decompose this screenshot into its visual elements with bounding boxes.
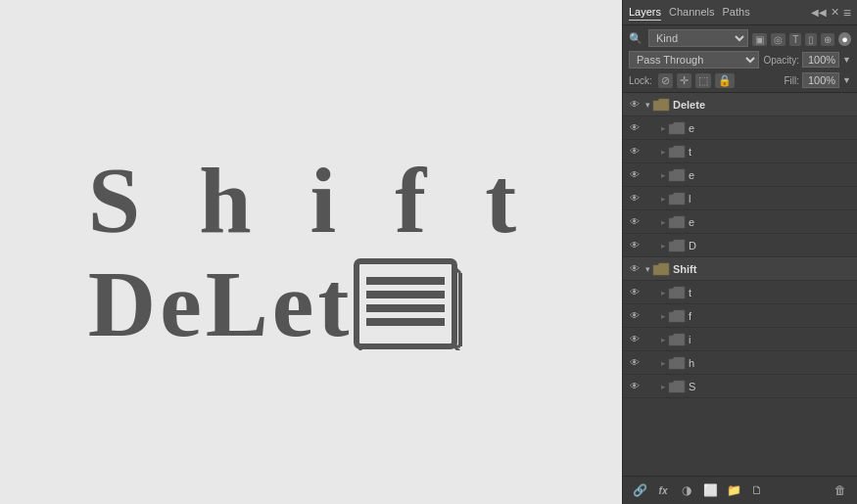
folder-icon-8: [668, 286, 686, 299]
eye-icon-12[interactable]: 👁: [627, 379, 643, 394]
expand-arrow-10[interactable]: ▸: [658, 332, 668, 347]
lock-all-icon[interactable]: 🔒: [715, 73, 735, 88]
smart-filter-icon[interactable]: ⊕: [821, 33, 834, 46]
layer-name-2: t: [689, 146, 853, 158]
canvas-text: S h i f t DeLet: [88, 154, 534, 351]
layer-item-l-4[interactable]: 👁▸l: [623, 187, 857, 210]
layer-item-i-10[interactable]: 👁▸i: [623, 328, 857, 351]
opacity-chevron[interactable]: ▼: [842, 55, 851, 65]
layer-item-e-1[interactable]: 👁▸e: [623, 116, 857, 140]
eye-icon-6[interactable]: 👁: [627, 238, 643, 253]
fill-input[interactable]: [802, 72, 839, 88]
eye-icon-11[interactable]: 👁: [627, 355, 643, 371]
blend-opacity-row: Pass Through Normal Multiply Screen Opac…: [629, 51, 851, 69]
folder-icon-1: [668, 121, 686, 135]
lock-fill-row: Lock: ⊘ ✛ ⬚ 🔒 Fill: ▼: [629, 72, 851, 88]
layer-item-Delete-0[interactable]: 👁▾Delete: [623, 93, 857, 116]
new-group-icon[interactable]: 📁: [725, 481, 742, 499]
shape-filter-icon[interactable]: ▯: [805, 33, 817, 46]
expand-arrow-5[interactable]: ▸: [658, 214, 668, 230]
eye-icon-0[interactable]: 👁: [627, 97, 643, 113]
layer-name-6: D: [689, 240, 853, 252]
layer-item-t-2[interactable]: 👁▸t: [623, 140, 857, 163]
fx-icon[interactable]: fx: [654, 481, 672, 499]
expand-arrow-1[interactable]: ▸: [658, 120, 668, 136]
search-icon: 🔍: [629, 32, 643, 45]
folder-icon-7: [652, 262, 670, 276]
layer-item-h-11[interactable]: 👁▸h: [623, 351, 857, 375]
adjustment-layer-icon[interactable]: ◑: [678, 481, 695, 499]
expand-arrow-12[interactable]: ▸: [658, 379, 668, 394]
expand-arrow-6[interactable]: ▸: [658, 238, 668, 253]
text-shift: S h i f t: [88, 154, 534, 248]
expand-arrow-11[interactable]: ▸: [658, 355, 668, 371]
folder-icon-9: [668, 309, 686, 323]
fill-chevron[interactable]: ▼: [842, 75, 851, 85]
layer-item-f-9[interactable]: 👁▸f: [623, 304, 857, 328]
lock-artboard-icon[interactable]: ⬚: [695, 73, 711, 88]
link-icon[interactable]: 🔗: [631, 481, 648, 499]
expand-arrow-3[interactable]: ▸: [658, 167, 668, 183]
adjust-filter-icon[interactable]: ◎: [771, 33, 786, 46]
layer-name-1: e: [689, 122, 853, 134]
layer-name-4: l: [689, 193, 853, 205]
expand-arrow-0[interactable]: ▾: [643, 97, 652, 113]
kind-dropdown[interactable]: Kind: [648, 29, 748, 47]
mask-icon[interactable]: ⬜: [701, 481, 719, 499]
panel-controls: 🔍 Kind ▣ ◎ T ▯ ⊕ ● Pass Through Normal M…: [623, 25, 857, 93]
close-icon[interactable]: ✕: [831, 6, 839, 19]
menu-icon[interactable]: ≡: [843, 5, 851, 21]
folder-icon-5: [668, 215, 686, 229]
panel-tabs: Layers Channels Paths ◀◀ ✕ ≡: [623, 0, 857, 25]
search-kind-row: 🔍 Kind ▣ ◎ T ▯ ⊕ ●: [629, 29, 851, 47]
tab-paths[interactable]: Paths: [723, 4, 750, 21]
layer-name-12: S: [689, 381, 853, 392]
layer-name-11: h: [689, 357, 853, 369]
new-layer-icon[interactable]: 🗋: [748, 481, 766, 499]
expand-arrow-4[interactable]: ▸: [658, 191, 668, 206]
layer-item-t-8[interactable]: 👁▸t: [623, 281, 857, 304]
pixel-filter-icon[interactable]: ▣: [752, 33, 767, 46]
layer-name-5: e: [689, 216, 853, 228]
tab-channels[interactable]: Channels: [669, 4, 714, 21]
expand-arrow-7[interactable]: ▾: [643, 261, 652, 277]
folder-icon-6: [668, 239, 686, 252]
eye-icon-9[interactable]: 👁: [627, 308, 643, 324]
canvas-area: S h i f t DeLet: [0, 0, 622, 504]
svg-rect-4: [366, 318, 445, 326]
expand-arrow-2[interactable]: ▸: [658, 144, 668, 160]
delete-layer-icon[interactable]: 🗑: [832, 481, 849, 499]
eye-icon-5[interactable]: 👁: [627, 214, 643, 230]
lock-pixels-icon[interactable]: ⊘: [658, 73, 673, 88]
filter-active-icon[interactable]: ●: [838, 32, 851, 46]
layer-item-S-12[interactable]: 👁▸S: [623, 375, 857, 398]
eye-icon-4[interactable]: 👁: [627, 191, 643, 206]
eye-icon-7[interactable]: 👁: [627, 261, 643, 277]
folder-icon-12: [668, 380, 686, 393]
folder-icon-3: [668, 168, 686, 182]
layer-item-e-3[interactable]: 👁▸e: [623, 163, 857, 187]
collapse-icon[interactable]: ◀◀: [811, 7, 827, 18]
panel-tab-icons: ◀◀ ✕ ≡: [811, 5, 851, 21]
tab-layers[interactable]: Layers: [629, 4, 661, 21]
folder-icon-11: [668, 356, 686, 370]
layer-item-e-5[interactable]: 👁▸e: [623, 210, 857, 234]
lock-position-icon[interactable]: ✛: [677, 73, 691, 88]
type-filter-icon[interactable]: T: [789, 33, 801, 46]
expand-arrow-9[interactable]: ▸: [658, 308, 668, 324]
eye-icon-1[interactable]: 👁: [627, 120, 643, 136]
opacity-input[interactable]: [802, 52, 839, 68]
panel-bottom: 🔗 fx ◑ ⬜ 📁 🗋 🗑: [623, 476, 857, 504]
layer-item-Shift-7[interactable]: 👁▾Shift: [623, 257, 857, 281]
layer-item-D-6[interactable]: 👁▸D: [623, 234, 857, 257]
svg-rect-2: [366, 291, 445, 298]
eye-icon-10[interactable]: 👁: [627, 332, 643, 347]
eye-icon-8[interactable]: 👁: [627, 285, 643, 300]
eye-icon-3[interactable]: 👁: [627, 167, 643, 183]
eye-icon-2[interactable]: 👁: [627, 144, 643, 160]
blend-mode-dropdown[interactable]: Pass Through Normal Multiply Screen: [629, 51, 759, 69]
expand-arrow-8[interactable]: ▸: [658, 285, 668, 300]
folder-icon-4: [668, 192, 686, 206]
svg-rect-1: [366, 277, 445, 285]
folder-icon-10: [668, 333, 686, 346]
